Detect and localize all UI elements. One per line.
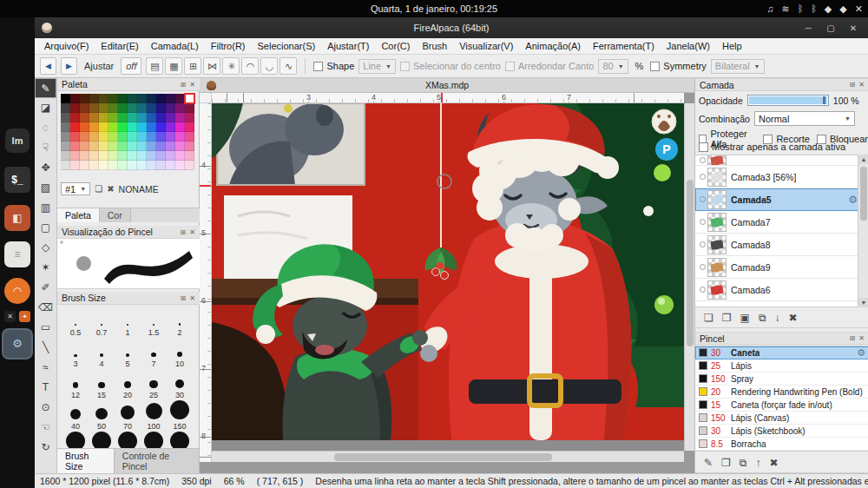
palette-color[interactable] bbox=[118, 151, 128, 161]
layer-visibility-icon[interactable] bbox=[700, 287, 706, 293]
layer-row[interactable]: Camada3 [56%] bbox=[695, 166, 868, 188]
palette-color[interactable] bbox=[70, 151, 80, 161]
palette-color[interactable] bbox=[80, 151, 89, 161]
layer-visibility-icon[interactable] bbox=[700, 157, 706, 163]
snap-parallel-icon[interactable]: ▤ bbox=[146, 57, 163, 75]
brushpanel-float-icon[interactable]: ⊞ bbox=[850, 334, 856, 342]
layer-visibility-icon[interactable] bbox=[700, 264, 706, 270]
palette-color[interactable] bbox=[137, 103, 147, 113]
edit-brush-icon[interactable]: ✎ bbox=[704, 457, 713, 469]
palette-color[interactable] bbox=[156, 103, 166, 113]
palette-color[interactable] bbox=[108, 122, 118, 132]
brush-size-20[interactable]: 20 bbox=[115, 368, 141, 399]
palette-color[interactable] bbox=[147, 94, 156, 103]
brush-size-1.5[interactable]: 1.5 bbox=[141, 306, 167, 337]
palette-color[interactable] bbox=[89, 103, 99, 113]
palette-color[interactable] bbox=[89, 142, 99, 151]
palette-color[interactable] bbox=[99, 94, 108, 103]
palette-color[interactable] bbox=[99, 103, 108, 113]
palette-color[interactable] bbox=[89, 94, 99, 103]
palette-color[interactable] bbox=[137, 132, 147, 142]
snap-vanish-icon[interactable]: ⋈ bbox=[203, 57, 220, 75]
package-app[interactable]: ◧ bbox=[4, 205, 30, 231]
palette-color[interactable] bbox=[108, 113, 118, 122]
shape-checkbox[interactable]: Shape bbox=[313, 61, 354, 71]
palette-delete-icon[interactable]: ✖ bbox=[107, 184, 114, 194]
palette-color[interactable] bbox=[80, 132, 89, 142]
brush-row[interactable]: 15Caneta (forçar fade in/out) bbox=[695, 399, 868, 412]
layer-row[interactable]: Camada8 bbox=[695, 234, 868, 256]
selecterase-tool[interactable]: ⌫ bbox=[35, 298, 56, 318]
minimize-button[interactable]: ─ bbox=[797, 17, 819, 38]
round-corner-select[interactable]: 80▼ bbox=[598, 59, 628, 74]
palette-color[interactable] bbox=[70, 122, 80, 132]
palette-color[interactable] bbox=[166, 161, 175, 170]
palette-color[interactable] bbox=[156, 142, 166, 151]
layer-visibility-icon[interactable] bbox=[700, 196, 706, 202]
new-brush-folder-icon[interactable]: ❐ bbox=[721, 457, 731, 469]
snap-grid-icon[interactable]: ⊞ bbox=[184, 57, 201, 75]
snap-off-button[interactable]: off bbox=[121, 57, 141, 75]
brush-size-2[interactable]: 2 bbox=[167, 306, 193, 337]
palette-color[interactable] bbox=[108, 94, 118, 103]
brushpanel-close-icon[interactable]: ✕ bbox=[858, 334, 865, 342]
fit-label[interactable]: Ajustar bbox=[84, 61, 114, 71]
brush-up-icon[interactable]: ↑ bbox=[755, 457, 760, 469]
selectpen-tool[interactable]: ✐ bbox=[35, 278, 56, 298]
brush-size-7[interactable]: 7 bbox=[141, 337, 167, 368]
duplicate-brush-icon[interactable]: ⧉ bbox=[740, 457, 747, 469]
palette-color[interactable] bbox=[185, 142, 194, 151]
palette-color[interactable] bbox=[156, 161, 166, 170]
tray-close-icon[interactable]: ✕ bbox=[855, 3, 863, 15]
palette-close-icon[interactable]: ✕ bbox=[189, 81, 195, 89]
palette-color[interactable] bbox=[108, 142, 118, 151]
next-view-button[interactable]: ▶ bbox=[61, 57, 77, 75]
palette-color[interactable] bbox=[61, 94, 70, 103]
palette-color[interactable] bbox=[185, 132, 194, 142]
bluetooth-icon[interactable]: ᛒ bbox=[798, 3, 804, 14]
select-tool[interactable]: ▢ bbox=[35, 218, 56, 238]
blur-tool[interactable]: ◌ bbox=[35, 118, 56, 138]
menu-item-10[interactable]: Ferramenta(T) bbox=[587, 38, 661, 55]
palette-color[interactable] bbox=[108, 161, 118, 170]
menu-item-8[interactable]: Visualizar(V) bbox=[453, 38, 519, 55]
music-icon[interactable]: ♫ bbox=[766, 3, 773, 14]
palette-color[interactable] bbox=[80, 161, 89, 170]
folder-icon[interactable]: ▣ bbox=[740, 312, 750, 324]
palette-color[interactable] bbox=[89, 161, 99, 170]
palette-set-select[interactable]: #1▼ bbox=[61, 182, 90, 195]
layer-float-icon[interactable]: ⊞ bbox=[850, 81, 856, 89]
window-titlebar[interactable]: FireAlpaca (64bit) ─▢✕ bbox=[35, 17, 868, 38]
palette-color[interactable] bbox=[166, 103, 175, 113]
palette-color[interactable] bbox=[185, 103, 194, 113]
palette-color[interactable] bbox=[166, 122, 175, 132]
palette-color[interactable] bbox=[128, 113, 137, 122]
palette-color[interactable] bbox=[118, 122, 128, 132]
fill-tool[interactable]: ▧ bbox=[35, 178, 56, 198]
palette-color[interactable] bbox=[70, 142, 80, 151]
palette-color[interactable] bbox=[61, 142, 70, 151]
palette-color[interactable] bbox=[118, 161, 128, 170]
gradient-tool[interactable]: ▥ bbox=[35, 198, 56, 218]
palette-color[interactable] bbox=[175, 151, 185, 161]
line-select[interactable]: Line▼ bbox=[358, 59, 396, 74]
palette-color[interactable] bbox=[99, 113, 108, 122]
palette-color[interactable] bbox=[147, 151, 156, 161]
palette-color[interactable] bbox=[175, 132, 185, 142]
palette-color[interactable] bbox=[61, 132, 70, 142]
palette-tab-1[interactable]: Cor bbox=[100, 208, 131, 222]
palette-color[interactable] bbox=[137, 142, 147, 151]
palette-color[interactable] bbox=[185, 161, 194, 170]
settings-app[interactable]: ⚙ bbox=[3, 330, 31, 358]
hand-tool[interactable]: ☜ bbox=[35, 418, 56, 438]
browser-app[interactable]: ◠ bbox=[4, 278, 30, 304]
brush-size-25[interactable]: 25 bbox=[141, 368, 167, 399]
brush-size-12[interactable]: 12 bbox=[62, 368, 89, 399]
menu-item-6[interactable]: Cor(C) bbox=[375, 38, 416, 55]
layer-scrollbar[interactable]: ▲ ▼ bbox=[858, 155, 868, 307]
palette-color[interactable] bbox=[156, 122, 166, 132]
layer-row[interactable]: Camada6 bbox=[695, 279, 868, 301]
brush-size-tab-0[interactable]: Brush Size bbox=[57, 449, 115, 473]
palette-color[interactable] bbox=[137, 161, 147, 170]
palette-color[interactable] bbox=[70, 161, 80, 170]
